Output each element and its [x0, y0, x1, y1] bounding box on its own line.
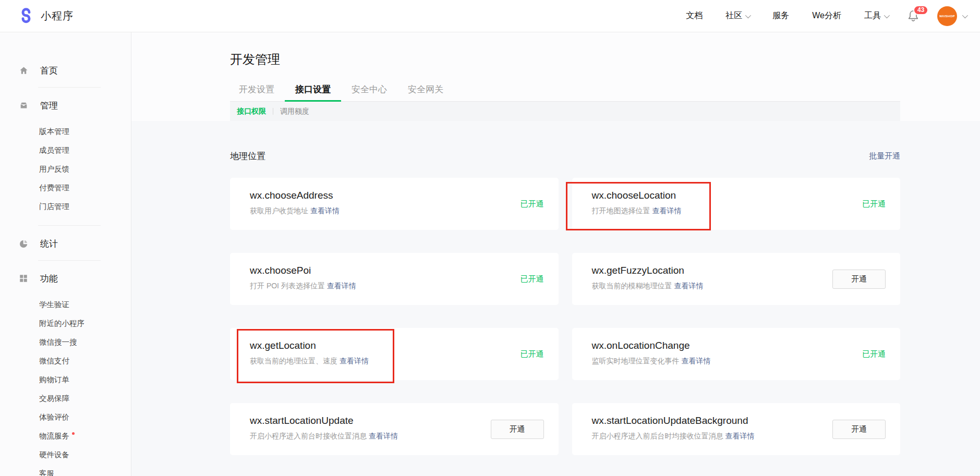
subtab-block: 接口权限调用额度 [131, 102, 980, 121]
view-details-link[interactable]: 查看详情 [327, 282, 356, 290]
section-title: 地理位置 [230, 150, 265, 162]
sidebar: 首页管理版本管理成员管理用户反馈付费管理门店管理统计功能学生验证附近的小程序微信… [0, 32, 131, 476]
sidebar-subitem-label: 物流服务 [39, 431, 69, 441]
sidebar-item-manage[interactable]: 管理 [0, 98, 131, 113]
subtab-api-permission[interactable]: 接口权限 [237, 107, 266, 116]
api-desc-text: 打开地图选择位置 [592, 206, 652, 215]
api-name: wx.chooseAddress [250, 190, 559, 201]
home-icon [18, 65, 29, 76]
sidebar-item-wechat-search[interactable]: 微信搜一搜 [0, 333, 131, 351]
tab-security-gateway[interactable]: 安全网关 [397, 82, 454, 101]
view-details-link[interactable]: 查看详情 [652, 206, 681, 215]
sidebar-item-home[interactable]: 首页 [0, 63, 131, 78]
api-desc-text: 获取当前的地理位置、速度 [250, 357, 340, 365]
open-button[interactable]: 开通 [832, 420, 886, 439]
sidebar-subitem-label: 硬件设备 [39, 450, 69, 460]
sidebar-subitem-label: 版本管理 [39, 127, 69, 137]
section-header: 地理位置 批量开通 [230, 150, 900, 162]
sidebar-item-stats[interactable]: 统计 [0, 236, 131, 251]
sidebar-item-hardware-device[interactable]: 硬件设备 [0, 445, 131, 464]
nav-item-tools[interactable]: 工具 [864, 10, 888, 21]
content-zone: 地理位置 批量开通 wx.chooseAddress获取用户收货地址 查看详情已… [131, 121, 980, 476]
sidebar-item-shopping-orders[interactable]: 购物订单 [0, 370, 131, 389]
api-desc-text: 打开 POI 列表选择位置 [250, 282, 327, 290]
sidebar-item-user-feedback[interactable]: 用户反馈 [0, 160, 131, 178]
sidebar-divider [38, 260, 101, 261]
bulk-open-link[interactable]: 批量开通 [869, 151, 900, 161]
api-desc-text: 获取当前的模糊地理位置 [592, 282, 674, 290]
view-details-link[interactable]: 查看详情 [674, 282, 703, 290]
miniprogram-logo[interactable]: 小程序 [18, 8, 74, 25]
avatar: NIUSHOP [937, 6, 957, 26]
api-name: wx.getLocation [250, 340, 559, 351]
chevron-down-icon [884, 12, 890, 18]
sidebar-item-customer-service[interactable]: 客服 [0, 464, 131, 476]
pie-icon [18, 238, 29, 249]
card-status-zone: 已开通 [862, 328, 900, 380]
sidebar-item-label: 统计 [40, 238, 58, 250]
open-button[interactable]: 开通 [832, 270, 886, 289]
tab-security-center[interactable]: 安全中心 [341, 82, 397, 101]
sidebar-item-student-verify[interactable]: 学生验证 [0, 295, 131, 314]
sidebar-subitem-label: 附近的小程序 [39, 319, 84, 328]
sidebar-item-member-mgmt[interactable]: 成员管理 [0, 141, 131, 160]
sidebar-item-features[interactable]: 功能 [0, 271, 131, 286]
api-desc: 获取当前的地理位置、速度 查看详情 [250, 357, 559, 366]
account-menu[interactable]: NIUSHOP [937, 6, 966, 26]
nav-item-docs[interactable]: 文档 [686, 10, 703, 21]
main-content: 开发管理 开发设置接口设置安全中心安全网关 接口权限调用额度 地理位置 批量开通… [131, 32, 980, 476]
nav-item-label: 文档 [686, 10, 703, 21]
view-details-link[interactable]: 查看详情 [369, 432, 398, 440]
view-details-link[interactable]: 查看详情 [681, 357, 710, 365]
view-details-link[interactable]: 查看详情 [725, 432, 754, 440]
status-opened-label: 已开通 [862, 349, 886, 359]
subtab-call-quota[interactable]: 调用额度 [280, 107, 309, 116]
nav-item-label: 社区 [725, 10, 742, 21]
sidebar-item-transaction-guarantee[interactable]: 交易保障 [0, 389, 131, 408]
sidebar-subitem-label: 付费管理 [39, 183, 69, 193]
api-desc-text: 开启小程序进入前后台时均接收位置消息 [592, 432, 725, 440]
sidebar-item-payment-mgmt[interactable]: 付费管理 [0, 178, 131, 197]
nav-item-community[interactable]: 社区 [725, 10, 749, 21]
sidebar-item-label: 管理 [40, 100, 58, 112]
sidebar-subitem-label: 成员管理 [39, 145, 69, 155]
page-body: 首页管理版本管理成员管理用户反馈付费管理门店管理统计功能学生验证附近的小程序微信… [0, 32, 980, 476]
api-desc: 打开 POI 列表选择位置 查看详情 [250, 282, 559, 291]
tab-bar: 开发设置接口设置安全中心安全网关 [230, 82, 900, 102]
sidebar-divider [38, 87, 101, 88]
tab-api-settings[interactable]: 接口设置 [285, 82, 341, 101]
nav-item-service[interactable]: 服务 [772, 10, 789, 21]
sidebar-item-wechat-pay[interactable]: 微信支付 [0, 351, 131, 370]
open-button[interactable]: 开通 [491, 420, 544, 439]
api-card-wx-choosePoi: wx.choosePoi打开 POI 列表选择位置 查看详情已开通 [230, 253, 559, 305]
sidebar-item-logistics-service[interactable]: 物流服务 [0, 426, 131, 445]
sidebar-item-label: 首页 [40, 65, 58, 77]
content-inner: 地理位置 批量开通 wx.chooseAddress获取用户收货地址 查看详情已… [131, 150, 980, 455]
view-details-link[interactable]: 查看详情 [310, 206, 340, 215]
nav-item-we-analytics[interactable]: We分析 [812, 10, 841, 21]
notification-badge: 43 [913, 5, 928, 15]
card-status-zone: 开通 [491, 403, 559, 455]
sidebar-item-nearby-miniprogram[interactable]: 附近的小程序 [0, 314, 131, 333]
sidebar-item-label: 功能 [40, 273, 58, 285]
api-desc: 打开地图选择位置 查看详情 [592, 206, 901, 216]
api-card-wx-getFuzzyLocation: wx.getFuzzyLocation获取当前的模糊地理位置 查看详情开通 [572, 253, 901, 305]
sidebar-subitem-label: 微信支付 [39, 356, 69, 366]
nav-item-label: We分析 [812, 10, 841, 21]
card-status-zone: 已开通 [862, 178, 900, 230]
api-desc-text: 监听实时地理位置变化事件 [592, 357, 682, 365]
sidebar-subitem-label: 购物订单 [39, 375, 69, 385]
grid-icon [18, 273, 29, 284]
view-details-link[interactable]: 查看详情 [340, 357, 369, 365]
api-name: wx.choosePoi [250, 265, 559, 276]
api-card-wx-startLocationUpdateBackground: wx.startLocationUpdateBackground开启小程序进入前… [572, 403, 901, 455]
card-status-zone: 已开通 [521, 253, 559, 305]
card-status-zone: 已开通 [521, 178, 559, 230]
sidebar-item-experience-review[interactable]: 体验评价 [0, 408, 131, 426]
sidebar-item-store-mgmt[interactable]: 门店管理 [0, 197, 131, 216]
notifications-button[interactable]: 43 [907, 9, 919, 23]
tab-dev-settings[interactable]: 开发设置 [230, 82, 285, 101]
miniprogram-logo-icon [18, 8, 34, 25]
api-card-wx-chooseAddress: wx.chooseAddress获取用户收货地址 查看详情已开通 [230, 178, 559, 230]
sidebar-item-version-mgmt[interactable]: 版本管理 [0, 122, 131, 141]
